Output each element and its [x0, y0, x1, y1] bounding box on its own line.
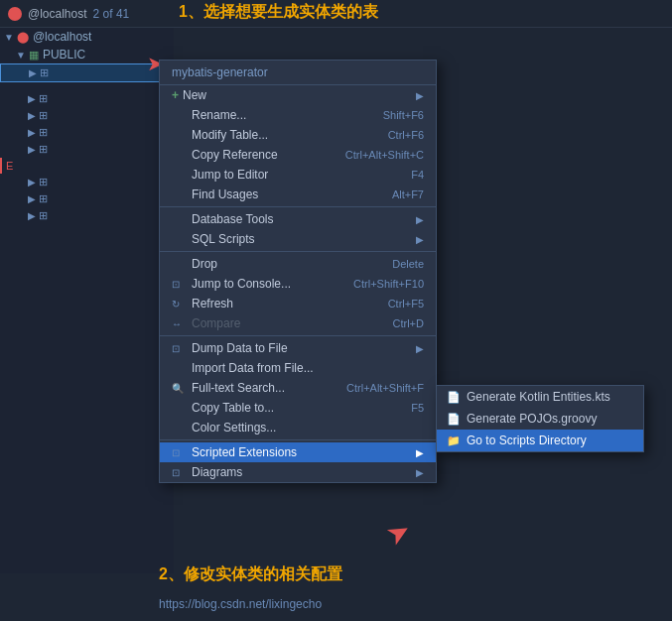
scripted-extensions-label: Scripted Extensions	[192, 445, 297, 459]
jump-console-icon: ⊡	[172, 279, 188, 290]
menu-item-sql-scripts[interactable]: SQL Scripts ▶	[160, 229, 436, 249]
table-icon: ⊞	[40, 66, 49, 79]
menu-item-scripted-extensions[interactable]: ⊡ Scripted Extensions ▶	[160, 442, 436, 462]
scripted-arrow: ▶	[416, 447, 424, 458]
menu-item-copy-reference[interactable]: Copy Reference Ctrl+Alt+Shift+C	[160, 145, 436, 165]
submenu-item-go-to-scripts[interactable]: 📁 Go to Scripts Directory	[437, 430, 643, 451]
new-label: New	[183, 88, 206, 102]
refresh-label: Refresh	[192, 297, 233, 310]
copy-reference-shortcut: Ctrl+Alt+Shift+C	[345, 149, 424, 161]
pojos-icon: 📄	[447, 413, 461, 426]
fulltext-shortcut: Ctrl+Alt+Shift+F	[346, 382, 424, 394]
go-to-scripts-label: Go to Scripts Directory	[467, 434, 587, 447]
separator-2	[160, 251, 436, 252]
db-tools-label: Database Tools	[192, 212, 274, 226]
color-settings-label: Color Settings...	[192, 421, 276, 435]
separator-4	[160, 439, 436, 440]
kotlin-label: Generate Kotlin Entities.kts	[467, 390, 610, 404]
find-usages-label: Find Usages	[192, 187, 258, 201]
tree-item-6[interactable]: ▶ ⊞	[0, 174, 174, 190]
menu-item-drop[interactable]: Drop Delete	[160, 254, 436, 274]
tree-item-7[interactable]: ▶ ⊞	[0, 190, 174, 207]
kotlin-icon: 📄	[447, 391, 461, 404]
context-menu: mybatis-generator + New ▶ Rename... Shif…	[159, 60, 437, 483]
drop-shortcut: Delete	[392, 258, 424, 270]
annotation-2: 2、修改实体类的相关配置	[159, 564, 342, 585]
blog-link: https://blog.csdn.net/lixingecho	[159, 597, 322, 611]
jump-console-label: Jump to Console...	[192, 277, 291, 291]
db-tools-arrow: ▶	[416, 214, 424, 225]
tree-public-label: PUBLIC	[43, 48, 85, 62]
tree-root-label: @localhost	[33, 30, 92, 44]
tree-root[interactable]: ▼ ⬤ @localhost	[0, 28, 174, 46]
menu-header: mybatis-generator	[160, 61, 436, 85]
tree-item-3[interactable]: ▶ ⊞	[0, 124, 174, 141]
count-label: 2 of 41	[93, 7, 130, 21]
new-submenu-arrow: ▶	[416, 90, 424, 101]
tree-filler: ▶ ⊞ ▶ ⊞ ▶ ⊞ ▶ ⊞ E ▶ ⊞ ▶ ⊞ ▶ ⊞	[0, 90, 174, 224]
tree-item-4[interactable]: ▶ ⊞	[0, 141, 174, 158]
tree-item-2[interactable]: ▶ ⊞	[0, 107, 174, 124]
copy-table-shortcut: F5	[411, 402, 424, 414]
modify-table-shortcut: Ctrl+F6	[388, 129, 424, 141]
annotation-1: 1、选择想要生成实体类的表	[179, 2, 378, 23]
folder-icon: 📁	[447, 435, 461, 447]
compare-shortcut: Ctrl+D	[393, 317, 424, 329]
separator-3	[160, 335, 436, 336]
menu-item-rename[interactable]: Rename... Shift+F6	[160, 105, 436, 125]
menu-item-jump-editor[interactable]: Jump to Editor F4	[160, 165, 436, 185]
new-plus-icon: +	[172, 88, 179, 102]
search-icon: 🔍	[172, 383, 188, 394]
big-arrow-annotation: ➤	[380, 513, 416, 553]
menu-item-db-tools[interactable]: Database Tools ▶	[160, 209, 436, 229]
tree-item-1[interactable]: ▶ ⊞	[0, 90, 174, 107]
tree-arrow: ▼	[4, 32, 14, 43]
sql-scripts-arrow: ▶	[416, 234, 424, 245]
copy-reference-label: Copy Reference	[192, 148, 278, 162]
modify-table-label: Modify Table...	[192, 128, 268, 142]
menu-item-copy-table[interactable]: Copy Table to... F5	[160, 398, 436, 418]
tree-item-5[interactable]: E	[0, 158, 174, 174]
tree-item-8[interactable]: ▶ ⊞	[0, 207, 174, 224]
menu-item-diagrams[interactable]: ⊡ Diagrams ▶	[160, 462, 436, 482]
menu-item-find-usages[interactable]: Find Usages Alt+F7	[160, 185, 436, 204]
copy-table-label: Copy Table to...	[192, 401, 274, 415]
menu-item-fulltext[interactable]: 🔍 Full-text Search... Ctrl+Alt+Shift+F	[160, 378, 436, 398]
sql-scripts-label: SQL Scripts	[192, 232, 255, 246]
menu-item-modify-table[interactable]: Modify Table... Ctrl+F6	[160, 125, 436, 145]
refresh-icon: ↻	[172, 299, 188, 310]
separator-1	[160, 206, 436, 207]
menu-item-jump-console[interactable]: ⊡ Jump to Console... Ctrl+Shift+F10	[160, 274, 436, 294]
submenu-item-pojos[interactable]: 📄 Generate POJOs.groovy	[437, 408, 643, 430]
import-label: Import Data from File...	[192, 361, 314, 375]
menu-item-new[interactable]: + New ▶	[160, 85, 436, 105]
scripted-icon: ⊡	[172, 447, 188, 458]
menu-item-dump-data[interactable]: ⊡ Dump Data to File ▶	[160, 338, 436, 358]
rename-shortcut: Shift+F6	[383, 109, 424, 121]
refresh-shortcut: Ctrl+F5	[388, 298, 424, 310]
dump-icon: ⊡	[172, 343, 188, 354]
diagrams-arrow: ▶	[416, 467, 424, 478]
dump-label: Dump Data to File	[192, 341, 288, 355]
menu-item-color-settings[interactable]: Color Settings...	[160, 418, 436, 437]
schema-icon: ▦	[29, 49, 39, 62]
rename-label: Rename...	[192, 108, 246, 122]
find-usages-shortcut: Alt+F7	[392, 188, 424, 200]
submenu: 📄 Generate Kotlin Entities.kts 📄 Generat…	[436, 385, 644, 452]
fulltext-label: Full-text Search...	[192, 381, 285, 395]
jump-to-editor-label: Jump to Editor	[192, 168, 268, 182]
host-icon	[8, 7, 22, 21]
jump-editor-shortcut: F4	[411, 169, 424, 181]
sidebar: ▼ ⬤ @localhost ▼ ▦ PUBLIC ▶ ⊞ ▶ ⊞ ▶ ⊞ ▶ …	[0, 28, 174, 573]
tree-table-arrow: ▶	[29, 67, 37, 78]
submenu-item-kotlin[interactable]: 📄 Generate Kotlin Entities.kts	[437, 386, 643, 408]
menu-item-refresh[interactable]: ↻ Refresh Ctrl+F5	[160, 294, 436, 313]
pojos-label: Generate POJOs.groovy	[467, 412, 597, 426]
menu-item-import-data[interactable]: Import Data from File...	[160, 358, 436, 378]
drop-label: Drop	[192, 257, 217, 271]
diagrams-icon: ⊡	[172, 467, 188, 478]
jump-console-shortcut: Ctrl+Shift+F10	[353, 278, 424, 290]
tree-public-arrow: ▼	[16, 50, 26, 61]
dump-arrow: ▶	[416, 343, 424, 354]
diagrams-label: Diagrams	[192, 465, 242, 479]
